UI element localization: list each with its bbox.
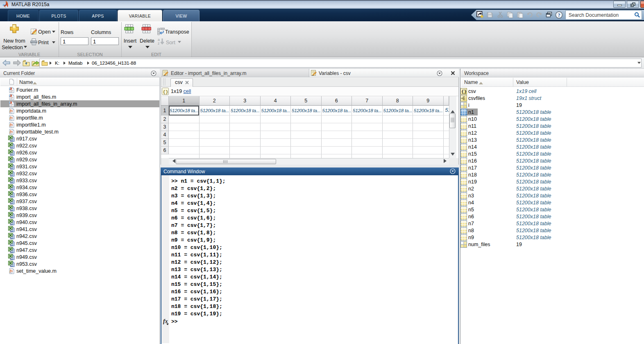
svg-text:fx: fx <box>10 269 13 273</box>
svg-text:fx: fx <box>10 109 13 113</box>
svg-text:fx: fx <box>10 115 13 120</box>
svg-text:fx: fx <box>10 129 13 134</box>
svg-text:z: z <box>158 41 160 45</box>
svg-text:?: ? <box>558 13 560 18</box>
svg-text:fx: fx <box>10 122 13 127</box>
svg-text:{}: {} <box>163 90 168 95</box>
svg-text:{}: {} <box>461 89 467 94</box>
